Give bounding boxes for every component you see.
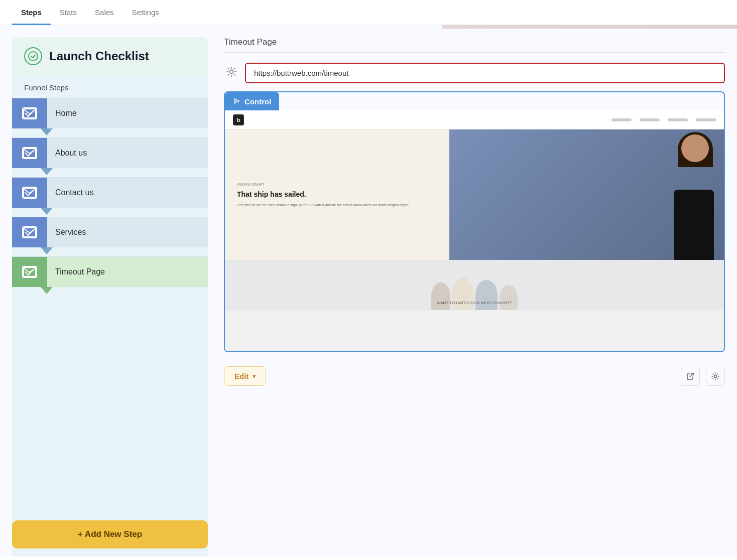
right-panel: Timeout Page https://buttrweb.com/timeou…	[224, 37, 725, 556]
audience-text: WANT TO CATCH OUR NEXT COHORT?	[437, 301, 512, 305]
email-icon-timeout	[22, 266, 37, 278]
step-item-home[interactable]: Home	[12, 98, 208, 128]
action-bar: Edit ▾	[224, 360, 725, 392]
url-row: https://buttrweb.com/timeout	[224, 63, 725, 83]
email-icon-aboutus	[22, 147, 37, 159]
webpage-right-image	[449, 129, 724, 260]
step-icon-col-contactus	[12, 178, 47, 208]
webpage-logo: b	[233, 114, 244, 125]
page-title: Timeout Page	[224, 37, 725, 53]
tab-steps[interactable]: Steps	[12, 0, 51, 25]
nav-item-3	[668, 118, 688, 121]
webpage-preview: b AWWW SNAP! Th	[225, 110, 724, 351]
launch-checklist-header: Launch Checklist	[12, 37, 208, 75]
launch-checklist-icon	[24, 47, 42, 65]
svg-point-0	[29, 52, 38, 61]
step-icon-col-timeout	[12, 257, 47, 287]
steps-list: Home	[12, 98, 208, 512]
control-tab[interactable]: 🏳 Control	[225, 92, 279, 111]
nav-item-2	[640, 118, 660, 121]
webpage-body-text: Feel free to use the form below to sign …	[237, 203, 437, 208]
flag-icon: 🏳	[233, 97, 240, 106]
tab-stats[interactable]: Stats	[51, 0, 86, 25]
tab-settings[interactable]: Settings	[123, 0, 168, 25]
email-icon-contactus	[22, 187, 37, 199]
svg-rect-4	[24, 228, 36, 237]
step-item-aboutus[interactable]: About us	[12, 137, 208, 168]
control-section: 🏳 Control b	[224, 91, 725, 352]
edit-button-label: Edit	[234, 372, 249, 380]
svg-point-6	[230, 70, 233, 74]
connector-2	[12, 208, 208, 217]
nav-item-1	[611, 118, 632, 121]
step-name-services: Services	[47, 217, 94, 247]
url-settings-gear-icon[interactable]	[224, 64, 239, 82]
left-panel: Launch Checklist Funnel Steps	[12, 37, 208, 556]
add-new-step-button[interactable]: + Add New Step	[12, 520, 208, 548]
top-nav: Steps Stats Sales Settings	[0, 0, 737, 25]
step-icon-col-home	[12, 98, 47, 128]
step-name-timeout: Timeout Page	[47, 257, 113, 287]
funnel-steps-label: Funnel Steps	[12, 75, 208, 98]
preview-area: b AWWW SNAP! Th	[225, 110, 724, 351]
webpage-left-content: AWWW SNAP! That ship has sailed. Feel fr…	[225, 129, 449, 260]
funnel-steps-container: Funnel Steps Home	[12, 75, 208, 556]
step-item-contactus[interactable]: Contact us	[12, 177, 208, 208]
nav-item-4	[696, 118, 716, 121]
step-name-aboutus: About us	[47, 138, 95, 168]
svg-rect-3	[24, 188, 36, 197]
webpage-small-label: AWWW SNAP!	[237, 182, 437, 187]
connector-0	[12, 128, 208, 137]
connector-3	[12, 247, 208, 256]
step-item-timeout[interactable]: Timeout Page	[12, 256, 208, 287]
webpage-body: AWWW SNAP! That ship has sailed. Feel fr…	[225, 129, 724, 260]
email-icon-home	[22, 107, 37, 119]
svg-rect-5	[24, 267, 36, 276]
url-display: https://buttrweb.com/timeout	[245, 63, 725, 83]
edit-button[interactable]: Edit ▾	[224, 366, 266, 386]
connector-4	[12, 287, 208, 296]
launch-checklist-title: Launch Checklist	[49, 49, 149, 63]
chevron-down-icon: ▾	[253, 373, 256, 380]
webpage-bottom-section: WANT TO CATCH OUR NEXT COHORT?	[225, 260, 724, 310]
webpage-nav-items	[611, 118, 716, 121]
svg-rect-2	[24, 149, 36, 158]
external-link-button[interactable]	[681, 367, 700, 386]
svg-rect-1	[24, 109, 36, 118]
step-icon-col-aboutus	[12, 138, 47, 168]
webpage-header: b	[225, 110, 724, 129]
connector-1	[12, 168, 208, 177]
svg-point-7	[714, 375, 717, 377]
webpage-headline: That ship has sailed.	[237, 190, 437, 199]
email-icon-services	[22, 226, 37, 238]
step-icon-col-services	[12, 217, 47, 247]
main-container: Launch Checklist Funnel Steps	[0, 25, 737, 556]
step-name-contactus: Contact us	[47, 178, 101, 208]
step-item-services[interactable]: Services	[12, 217, 208, 247]
tab-sales[interactable]: Sales	[86, 0, 123, 25]
step-name-home: Home	[47, 98, 85, 128]
control-tab-label: Control	[244, 97, 271, 106]
settings-gear-button[interactable]	[706, 367, 725, 386]
